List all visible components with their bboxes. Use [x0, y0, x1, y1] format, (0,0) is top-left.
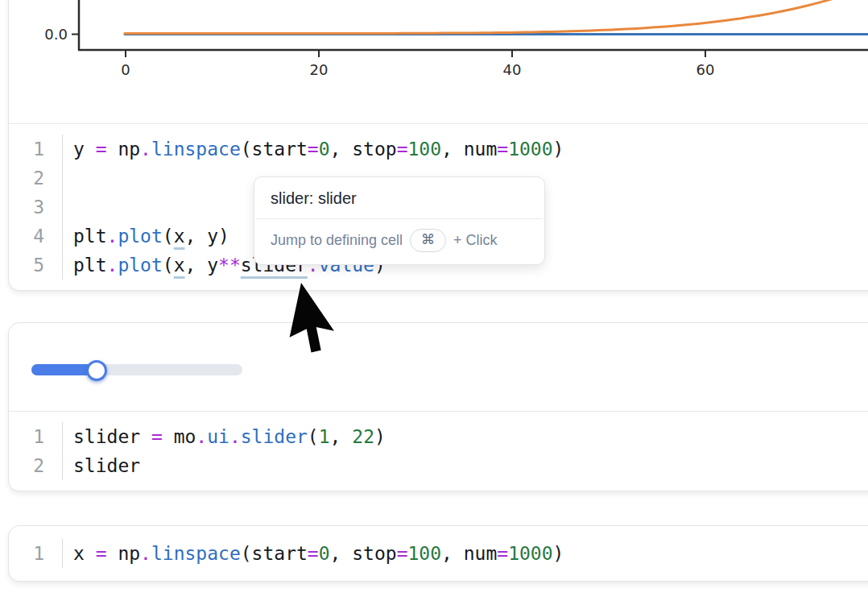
code-editor[interactable]: 1slider = mo.ui.slider(1, 22)2slider: [9, 411, 868, 491]
code-token: , stop: [330, 139, 397, 160]
code-token: =: [308, 543, 319, 564]
code-token: linspace: [151, 543, 241, 564]
svg-text:0.0: 0.0: [44, 26, 68, 43]
command-key-badge: ⌘: [410, 229, 446, 252]
code-token: , stop: [330, 543, 397, 564]
code-token: .: [196, 426, 207, 447]
slider-thumb[interactable]: [86, 360, 107, 381]
plot-output: 0.00204060: [9, 0, 868, 123]
code-token: (start: [241, 543, 308, 564]
code-text[interactable]: slider = mo.ui.slider(1, 22): [62, 422, 868, 451]
code-token: ,: [330, 426, 353, 447]
code-token: ): [553, 139, 564, 160]
code-token: 1000: [508, 139, 552, 160]
variable-reference[interactable]: x: [174, 255, 185, 276]
code-token: .: [140, 543, 151, 564]
code-token: , num: [441, 139, 497, 160]
tooltip-title: slider: slider: [254, 177, 544, 218]
code-token: plt: [73, 255, 107, 276]
code-token: =: [96, 543, 107, 564]
code-token: =: [497, 543, 508, 564]
variable-reference[interactable]: x: [174, 226, 185, 247]
code-token: =: [308, 139, 319, 160]
svg-text:0: 0: [121, 61, 130, 78]
variable-tooltip: slider: slider Jump to defining cell ⌘ +…: [254, 176, 545, 265]
code-token: 0: [319, 543, 330, 564]
code-text[interactable]: slider: [62, 451, 868, 480]
code-token: .: [140, 139, 151, 160]
code-token: 100: [408, 543, 442, 564]
code-token: linspace: [151, 139, 241, 160]
code-token: =: [397, 543, 408, 564]
line-number: 1: [9, 135, 62, 164]
line-number: 4: [9, 222, 62, 251]
slider-output: [9, 323, 868, 411]
code-token: np: [107, 543, 141, 564]
code-token: (: [163, 255, 174, 276]
code-token: y: [73, 139, 96, 160]
code-token: (: [308, 426, 319, 447]
code-token: slider: [241, 426, 308, 447]
code-token: =: [96, 139, 107, 160]
line-number: 2: [9, 451, 62, 480]
code-token: plot: [118, 255, 162, 276]
code-token: , y): [185, 226, 229, 247]
code-text[interactable]: y = np.linspace(start=0, stop=100, num=1…: [62, 135, 868, 164]
line-number: 3: [9, 193, 62, 222]
tooltip-click-hint: + Click: [453, 232, 498, 249]
code-text[interactable]: x = np.linspace(start=0, stop=100, num=1…: [62, 539, 868, 568]
code-token: =: [397, 139, 408, 160]
code-token: .: [107, 255, 118, 276]
code-token: **: [218, 255, 241, 276]
code-token: 22: [352, 426, 374, 447]
code-token: ui: [207, 426, 229, 447]
line-chart: 0.00204060: [9, 0, 868, 112]
line-number: 1: [9, 539, 62, 568]
code-token: mo: [163, 426, 196, 447]
code-line[interactable]: 1x = np.linspace(start=0, stop=100, num=…: [9, 539, 868, 568]
slider-widget[interactable]: [31, 359, 242, 382]
code-token: x: [73, 543, 96, 564]
code-token: 1000: [508, 543, 552, 564]
code-token: 1: [319, 426, 330, 447]
line-number: 2: [9, 164, 62, 193]
code-token: 100: [408, 139, 442, 160]
code-token: slider: [73, 426, 151, 447]
code-editor[interactable]: 1x = np.linspace(start=0, stop=100, num=…: [9, 526, 868, 581]
code-token: slider: [73, 455, 140, 476]
code-token: (: [163, 226, 174, 247]
code-token: , num: [441, 543, 497, 564]
code-token: , y: [185, 255, 219, 276]
code-token: =: [497, 139, 508, 160]
line-number: 1: [9, 422, 62, 451]
code-token: .: [229, 426, 241, 447]
svg-text:20: 20: [310, 61, 329, 78]
tooltip-action-label: Jump to defining cell: [271, 232, 403, 249]
code-token: =: [151, 426, 163, 447]
code-token: .: [107, 226, 118, 247]
notebook-cell-slider: 1slider = mo.ui.slider(1, 22)2slider: [8, 322, 868, 491]
code-token: np: [107, 139, 141, 160]
svg-text:60: 60: [696, 61, 715, 78]
code-token: ): [553, 543, 564, 564]
line-number: 5: [9, 251, 62, 280]
code-token: plot: [118, 226, 162, 247]
code-line[interactable]: 1slider = mo.ui.slider(1, 22): [9, 422, 868, 451]
notebook-cell-x: 1x = np.linspace(start=0, stop=100, num=…: [8, 525, 868, 582]
code-token: (start: [241, 139, 308, 160]
svg-text:40: 40: [503, 61, 522, 78]
code-token: ): [374, 426, 386, 447]
code-line[interactable]: 2slider: [9, 451, 868, 480]
code-line[interactable]: 1y = np.linspace(start=0, stop=100, num=…: [9, 135, 868, 164]
code-token: 0: [319, 139, 330, 160]
code-token: plt: [73, 226, 107, 247]
